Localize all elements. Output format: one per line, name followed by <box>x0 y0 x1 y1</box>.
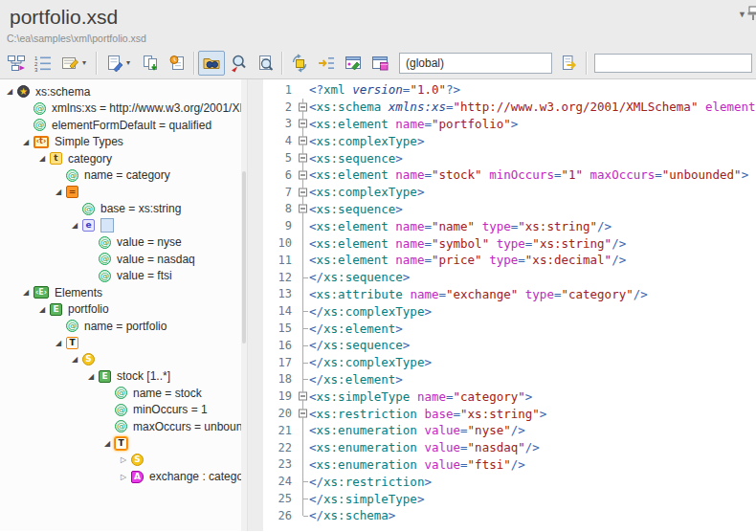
code-line[interactable]: 17 </xs:complexType> <box>263 354 756 371</box>
expander-open-icon[interactable]: ◢ <box>67 221 82 230</box>
code-line[interactable]: 15 </xs:element> <box>263 320 756 337</box>
code-line[interactable]: 6 <xs:element name="stock" minOccurs="1"… <box>263 166 756 184</box>
fold-gutter <box>297 166 309 184</box>
tree-item[interactable]: ▷Aexchange : category <box>0 469 241 486</box>
fold-toggle[interactable] <box>299 154 307 163</box>
pin-icon[interactable] <box>747 6 756 21</box>
expander-open-icon[interactable]: ◢ <box>67 355 82 364</box>
find-in-files-button[interactable] <box>198 51 225 76</box>
tree-scrollbar[interactable] <box>241 79 247 531</box>
code-line[interactable]: 14 </xs:complexType> <box>263 302 756 320</box>
expander-open-icon[interactable]: ◢ <box>18 138 33 146</box>
window-edit-button[interactable] <box>340 51 367 76</box>
expander-closed-icon[interactable]: ▷ <box>116 455 131 464</box>
tree-item[interactable]: @name = stock <box>0 385 241 402</box>
tree-item[interactable]: ◢Estock [1..*] <box>0 368 241 386</box>
expander-open-icon[interactable]: ◢ <box>34 305 50 314</box>
xml-source-editor[interactable]: 1 <?xml version="1.0"?>2<xs:schema xmlns… <box>263 79 756 531</box>
tree-item[interactable]: @value = ftsi <box>0 268 241 285</box>
code-line[interactable]: 20 <xs:restriction base="xs:string"> <box>263 405 756 422</box>
tree-item[interactable]: @maxOccurs = unbounded <box>0 418 241 435</box>
code-line[interactable]: 2<xs:schema xmlns:xs="http://www.w3.org/… <box>263 99 756 116</box>
tree-item[interactable]: ◢e <box>0 217 241 234</box>
code-line[interactable]: 10 <xs:element name="symbol" type="xs:st… <box>263 234 756 252</box>
chevron-down-icon[interactable]: ▼ <box>738 10 746 19</box>
tree-item[interactable]: @name = portfolio <box>0 318 241 335</box>
code-text: <xs:simpleType name="category"> <box>309 388 532 405</box>
tree-item[interactable]: ◢Eportfolio <box>0 301 241 319</box>
code-line[interactable]: 16 </xs:sequence> <box>263 337 756 354</box>
tree-item-label: stock [1..*] <box>117 369 170 383</box>
window-cube-button[interactable] <box>367 51 393 76</box>
tree-item[interactable]: @name = category <box>0 167 241 185</box>
code-line[interactable]: 22 <xs:enumeration value="nasdaq"/> <box>263 439 756 456</box>
code-line[interactable]: 26</xs:schema> <box>263 507 756 524</box>
tree-item[interactable]: @minOccurs = 1 <box>0 402 241 419</box>
search-input[interactable] <box>594 54 752 73</box>
schema-view-button[interactable] <box>3 51 30 76</box>
tree-scrollbar-thumb[interactable] <box>242 171 246 344</box>
properties-button[interactable]: ▾ <box>56 51 93 76</box>
code-line[interactable]: 21 <xs:enumeration value="nyse"/> <box>263 422 756 439</box>
go-apply-button[interactable] <box>556 51 583 76</box>
tree-item[interactable]: ◢‹t›Simple Types <box>0 134 241 151</box>
code-line[interactable]: 8 <xs:sequence> <box>263 201 756 218</box>
refresh-schema-button[interactable] <box>286 51 313 76</box>
tree-item[interactable]: ▷S <box>0 452 241 469</box>
code-line[interactable]: 7 <xs:complexType> <box>263 184 756 201</box>
fold-toggle[interactable] <box>299 188 307 196</box>
expander-open-icon[interactable]: ◢ <box>83 372 99 381</box>
code-line[interactable]: 18 </xs:element> <box>263 371 756 388</box>
expander-open-icon[interactable]: ◢ <box>51 188 66 196</box>
tree-item[interactable]: ◢= <box>0 184 241 201</box>
tree-item[interactable]: @value = nyse <box>0 234 241 252</box>
expander-open-icon[interactable]: ◢ <box>2 87 17 96</box>
code-line[interactable]: 1 <?xml version="1.0"?> <box>263 81 756 99</box>
expander-open-icon[interactable]: ◢ <box>18 288 33 297</box>
scope-selector-value: (global) <box>406 56 444 70</box>
code-line[interactable]: 9 <xs:element name="name" type="xs:strin… <box>263 217 756 234</box>
expander-closed-icon[interactable]: ▷ <box>116 473 131 481</box>
fold-toggle[interactable] <box>299 392 307 401</box>
tree-item[interactable]: ◢tcategory <box>0 150 241 167</box>
fold-toggle[interactable] <box>299 410 307 418</box>
expander-open-icon[interactable]: ◢ <box>51 339 66 347</box>
find-in-document-button[interactable] <box>252 51 278 76</box>
outline-view-button[interactable]: 1 2 3 <box>30 51 56 76</box>
tree-item-label: portfolio <box>68 302 109 316</box>
fold-toggle[interactable] <box>299 205 307 213</box>
tree-item[interactable]: @elementFormDefault = qualified <box>0 117 241 134</box>
panel-divider[interactable] <box>247 79 263 531</box>
tree-item[interactable]: ◢T <box>0 435 241 453</box>
document-badge-button[interactable] <box>164 51 190 76</box>
find-symbol-button[interactable] <box>225 51 252 76</box>
copy-document-button[interactable] <box>137 51 164 76</box>
edit-document-button[interactable]: ▾ <box>100 51 137 76</box>
code-line[interactable]: 19 <xs:simpleType name="category"> <box>263 388 756 405</box>
fold-toggle[interactable] <box>299 120 307 128</box>
code-line[interactable]: 4 <xs:complexType> <box>263 132 756 149</box>
scope-selector[interactable]: (global) <box>399 53 552 74</box>
code-line[interactable]: 11 <xs:element name="price" type="xs:dec… <box>263 252 756 269</box>
goto-definition-button[interactable] <box>313 51 340 76</box>
gutter <box>297 354 309 371</box>
code-line[interactable]: 13 <xs:attribute name="exchange" type="c… <box>263 286 756 303</box>
tree-item[interactable]: ◢★xs:schema <box>0 83 241 100</box>
code-line[interactable]: 12 </xs:sequence> <box>263 269 756 286</box>
fold-toggle[interactable] <box>299 102 307 111</box>
code-line[interactable]: 24 </xs:restriction> <box>263 473 756 490</box>
tree-item[interactable]: ◢T <box>0 335 241 352</box>
tree-item[interactable]: ◢S <box>0 351 241 368</box>
code-line[interactable]: 25 </xs:simpleType> <box>263 490 756 507</box>
tree-item[interactable]: ◢‹E›Elements <box>0 284 241 301</box>
fold-toggle[interactable] <box>299 170 307 179</box>
tree-item[interactable]: @value = nasdaq <box>0 251 241 268</box>
expander-open-icon[interactable]: ◢ <box>34 154 50 163</box>
expander-open-icon[interactable]: ◢ <box>100 439 115 448</box>
tree-item[interactable]: @xmlns:xs = http://www.w3.org/2001/XMLSc… <box>0 100 241 118</box>
code-line[interactable]: 3 <xs:element name="portfolio"> <box>263 116 756 133</box>
tree-item[interactable]: @base = xs:string <box>0 201 241 218</box>
code-line[interactable]: 5 <xs:sequence> <box>263 149 756 166</box>
code-line[interactable]: 23 <xs:enumeration value="ftsi"/> <box>263 456 756 474</box>
fold-toggle[interactable] <box>299 137 307 145</box>
